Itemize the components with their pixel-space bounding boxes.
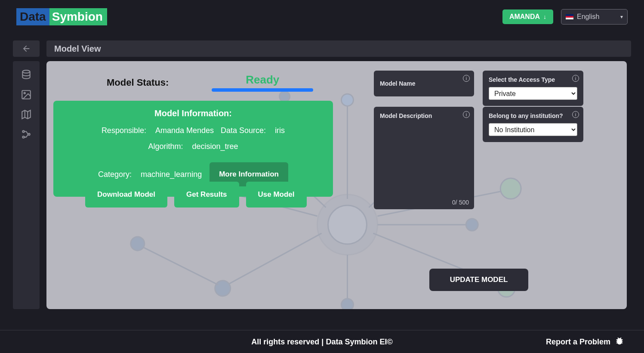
info-card-title: Model Information:: [66, 108, 320, 118]
bug-icon: [615, 336, 624, 348]
get-results-button[interactable]: Get Results: [174, 182, 239, 207]
svg-point-7: [328, 205, 367, 244]
svg-point-17: [215, 281, 231, 296]
model-description-label: Model Description: [380, 112, 432, 119]
status-label: Model Status:: [107, 77, 169, 88]
user-menu-button[interactable]: AMANDA ↓: [502, 9, 553, 24]
model-name-label: Model Name: [380, 80, 415, 87]
model-description-input[interactable]: [380, 123, 468, 196]
responsible-value: Amanda Mendes: [155, 126, 214, 135]
brand-logo[interactable]: Data Symbion: [16, 7, 107, 27]
map-icon: [21, 109, 32, 120]
svg-point-27: [131, 237, 145, 251]
chevron-down-icon: ↓: [543, 13, 546, 20]
sidebar-item-image[interactable]: [20, 89, 32, 101]
svg-point-0: [22, 70, 30, 73]
institution-select[interactable]: No Institution: [489, 123, 577, 136]
svg-point-3: [22, 130, 24, 132]
neural-icon: [21, 129, 32, 140]
use-model-button[interactable]: Use Model: [246, 182, 307, 207]
status-value: Ready: [246, 73, 279, 87]
info-icon[interactable]: i: [572, 111, 579, 118]
status-block: Ready: [212, 73, 313, 92]
access-type-label: Select the Access Type: [489, 76, 555, 83]
page-title-bar: Model View: [46, 40, 631, 57]
image-icon: [21, 89, 32, 100]
user-name-label: AMANDA: [509, 13, 540, 21]
report-problem-link[interactable]: Report a Problem: [546, 336, 624, 348]
svg-point-21: [466, 219, 478, 231]
svg-point-29: [280, 91, 290, 102]
chevron-down-icon: ▾: [620, 14, 623, 20]
model-name-input[interactable]: [380, 87, 480, 94]
model-description-box: Model Description i 0/ 500: [374, 107, 474, 209]
database-icon: [21, 69, 32, 81]
svg-line-16: [227, 233, 322, 285]
info-icon[interactable]: i: [463, 75, 470, 82]
update-model-button[interactable]: UPDATE MODEL: [429, 269, 528, 291]
algorithm-value: decision_tree: [192, 142, 238, 151]
sub-header: Model View: [13, 40, 631, 57]
access-type-box: Select the Access Type i Private: [483, 71, 583, 106]
algorithm-label: Algorithm:: [148, 142, 183, 151]
info-icon[interactable]: i: [463, 111, 470, 118]
page-title: Model View: [54, 44, 101, 54]
flag-icon: [566, 14, 573, 19]
status-progress-bar: [212, 88, 313, 92]
svg-line-26: [141, 246, 219, 285]
datasource-label: Data Source:: [221, 126, 266, 135]
description-counter: 0/ 500: [452, 199, 469, 206]
sidebar: [13, 61, 40, 309]
footer: All rights reserved | Data Symbion EI© R…: [0, 330, 644, 353]
svg-point-2: [24, 93, 25, 94]
back-button[interactable]: [13, 40, 40, 57]
svg-point-4: [22, 136, 24, 138]
top-bar: Data Symbion AMANDA ↓ English ▾: [0, 0, 644, 34]
institution-box: Belong to any institution? i No Institut…: [483, 107, 583, 142]
status-row: Model Status: Ready: [107, 73, 313, 92]
action-row: Download Model Get Results Use Model: [85, 182, 307, 207]
sidebar-item-database[interactable]: [20, 69, 32, 81]
info-icon[interactable]: i: [572, 75, 579, 82]
svg-point-19: [341, 299, 353, 309]
sidebar-item-ai[interactable]: [20, 128, 32, 140]
main-panel: Model Status: Ready Model Information: R…: [46, 61, 627, 309]
language-selector[interactable]: English ▾: [561, 9, 628, 25]
responsible-label: Responsible:: [102, 126, 146, 135]
category-label: Category:: [98, 170, 132, 179]
category-value: machine_learning: [141, 170, 202, 179]
language-label: English: [577, 13, 599, 21]
arrow-left-icon: [22, 44, 31, 53]
svg-point-23: [500, 178, 521, 199]
report-problem-label: Report a Problem: [546, 338, 610, 347]
access-type-select[interactable]: Private: [489, 87, 577, 100]
datasource-value: iris: [275, 126, 285, 135]
brand-part1: Data: [20, 10, 46, 23]
brand-part2: Symbion: [52, 10, 103, 23]
download-model-button[interactable]: Download Model: [85, 182, 167, 207]
sidebar-item-map[interactable]: [20, 108, 32, 121]
institution-label: Belong to any institution?: [489, 112, 563, 119]
svg-point-9: [341, 94, 353, 106]
footer-copy: All rights reserved | Data Symbion EI©: [251, 338, 392, 347]
model-name-box: Model Name i: [374, 71, 474, 96]
